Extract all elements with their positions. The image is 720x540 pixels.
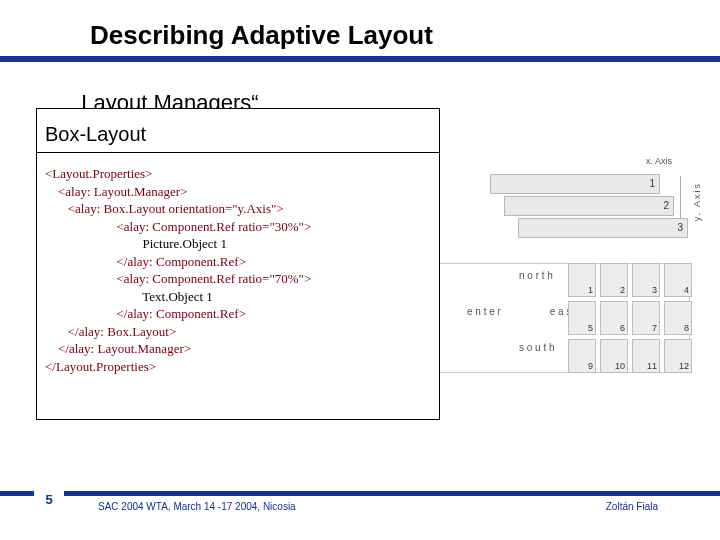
grid-layout-diagram: 1 2 3 4 5 6 7 8 9 10 11 12 [568,263,690,375]
slide-title: Describing Adaptive Layout [90,20,433,51]
grid-cell: 8 [664,301,692,335]
grid-cell: 10 [600,339,628,373]
code-box: Box-Layout <Layout.Properties> <alay: La… [36,108,440,420]
grid-cell: 4 [664,263,692,297]
grid-cell: 1 [568,263,596,297]
box-row: 1 [490,174,660,194]
footer-bar [0,491,720,496]
border-south: s o u t h [519,342,555,353]
grid-cell: 5 [568,301,596,335]
x-axis-label: x. Axis [646,156,672,166]
box-row: 2 [504,196,674,216]
footer-left: SAC 2004 WTA, March 14 -17 2004, Nicosia [98,501,296,512]
box-layout-diagram: x. Axis y. Axis 1 2 3 [490,158,690,238]
grid-cell: 12 [664,339,692,373]
y-axis-label: y. Axis [692,182,702,221]
box-row: 3 [518,218,688,238]
grid-cell: 7 [632,301,660,335]
code-block: <Layout.Properties> <alay: Layout.Manage… [37,161,439,384]
title-bar: Describing Adaptive Layout [0,20,720,72]
footer-right: Zoltán Fiala [606,501,658,512]
grid-cell: 3 [632,263,660,297]
grid-cell: 2 [600,263,628,297]
y-axis-arrow [680,176,688,224]
grid-cell: 11 [632,339,660,373]
grid-cell: 6 [600,301,628,335]
slide: Describing Adaptive Layout „Layout Manag… [0,0,720,540]
title-underline [0,56,720,62]
code-box-rule [37,152,439,153]
code-box-title: Box-Layout [37,109,439,152]
border-north: n o r t h [519,270,553,281]
page-number: 5 [34,484,64,514]
border-center: e n t e r [467,306,501,317]
grid-cell: 9 [568,339,596,373]
